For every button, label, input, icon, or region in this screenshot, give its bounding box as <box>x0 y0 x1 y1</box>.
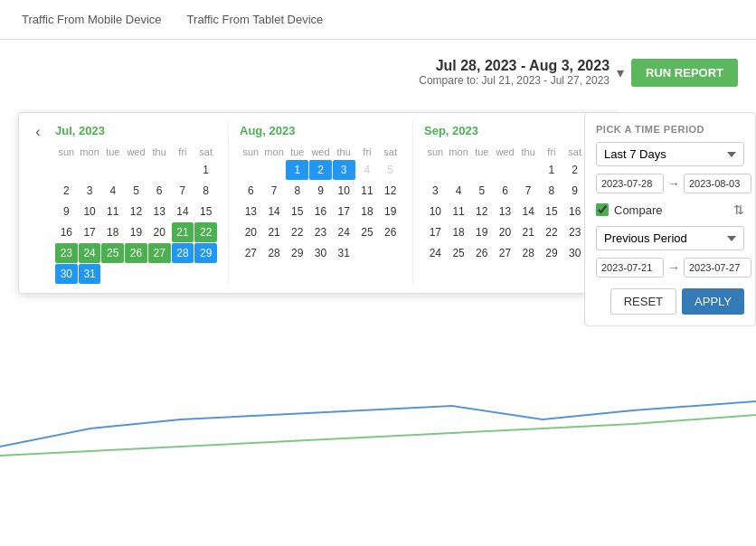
table-row[interactable]: 10 <box>333 181 355 201</box>
table-row[interactable]: 14 <box>517 202 540 221</box>
table-row[interactable]: 8 <box>541 181 563 201</box>
table-row[interactable]: 25 <box>101 243 124 263</box>
table-row[interactable]: 28 <box>263 243 286 263</box>
table-row[interactable]: 24 <box>424 243 447 263</box>
table-row[interactable]: 9 <box>55 202 78 221</box>
table-row[interactable]: 9 <box>309 181 332 201</box>
table-row[interactable]: 4 <box>356 160 379 180</box>
table-row[interactable]: 3 <box>79 181 101 201</box>
table-row[interactable]: 29 <box>541 243 563 263</box>
table-row[interactable]: 20 <box>148 222 171 242</box>
swap-icon[interactable]: ⇅ <box>733 202 744 217</box>
table-row[interactable]: 25 <box>448 243 470 263</box>
table-row[interactable]: 22 <box>541 222 563 242</box>
table-row[interactable]: 26 <box>125 243 147 263</box>
table-row[interactable]: 6 <box>240 181 262 201</box>
table-row[interactable]: 8 <box>194 181 217 201</box>
tab-tablet[interactable]: Traffic From Tablet Device <box>175 0 336 40</box>
table-row[interactable]: 8 <box>286 181 308 201</box>
period-select[interactable]: Last 7 Days Last 14 Days Last 30 Days Th… <box>596 142 744 166</box>
table-row[interactable]: 18 <box>101 222 124 242</box>
table-row[interactable]: 17 <box>79 222 101 242</box>
table-row[interactable]: 24 <box>79 243 101 263</box>
table-row[interactable]: 20 <box>240 222 262 242</box>
table-row[interactable]: 27 <box>494 243 516 263</box>
table-row[interactable]: 16 <box>309 202 332 221</box>
table-row[interactable]: 13 <box>240 202 262 221</box>
table-row[interactable]: 5 <box>125 181 147 201</box>
table-row[interactable]: 30 <box>563 243 586 263</box>
table-row[interactable]: 11 <box>448 202 470 221</box>
table-row[interactable]: 2 <box>55 181 78 201</box>
tab-mobile[interactable]: Traffic From Mobile Device <box>9 0 175 40</box>
table-row[interactable]: 18 <box>356 202 379 221</box>
table-row[interactable]: 17 <box>333 202 355 221</box>
table-row[interactable]: 27 <box>240 243 262 263</box>
table-row[interactable]: 15 <box>541 202 563 221</box>
table-row[interactable]: 12 <box>470 202 493 221</box>
table-row[interactable]: 11 <box>101 202 124 221</box>
table-row[interactable]: 28 <box>172 243 194 263</box>
table-row[interactable]: 23 <box>55 243 78 263</box>
table-row[interactable]: 9 <box>563 181 586 201</box>
table-row[interactable]: 28 <box>517 243 540 263</box>
table-row[interactable]: 18 <box>448 222 470 242</box>
table-row[interactable]: 30 <box>55 264 78 284</box>
date-from-input[interactable] <box>596 174 664 193</box>
date-to-input[interactable] <box>684 174 751 193</box>
table-row[interactable]: 26 <box>379 222 402 242</box>
table-row[interactable]: 5 <box>379 160 402 180</box>
table-row[interactable]: 11 <box>356 181 379 201</box>
table-row[interactable]: 2 <box>309 160 332 180</box>
table-row[interactable]: 21 <box>517 222 540 242</box>
table-row[interactable]: 31 <box>333 243 355 263</box>
compare-period-select[interactable]: Previous Period Previous Year <box>596 226 744 250</box>
table-row[interactable]: 29 <box>194 243 217 263</box>
table-row[interactable]: 23 <box>563 222 586 242</box>
table-row[interactable]: 19 <box>125 222 147 242</box>
table-row[interactable]: 24 <box>333 222 355 242</box>
table-row[interactable]: 1 <box>286 160 308 180</box>
table-row[interactable]: 31 <box>79 264 101 284</box>
table-row[interactable]: 7 <box>172 181 194 201</box>
reset-button[interactable]: RESET <box>610 288 676 315</box>
table-row[interactable]: 1 <box>541 160 563 180</box>
table-row[interactable]: 7 <box>517 181 540 201</box>
table-row[interactable]: 30 <box>309 243 332 263</box>
table-row[interactable]: 10 <box>424 202 447 221</box>
table-row[interactable]: 6 <box>148 181 171 201</box>
compare-checkbox[interactable] <box>596 203 609 216</box>
table-row[interactable]: 26 <box>470 243 493 263</box>
table-row[interactable]: 20 <box>494 222 516 242</box>
table-row[interactable]: 16 <box>563 202 586 221</box>
table-row[interactable]: 10 <box>79 202 101 221</box>
table-row[interactable]: 13 <box>148 202 171 221</box>
table-row[interactable]: 2 <box>563 160 586 180</box>
table-row[interactable]: 3 <box>424 181 447 201</box>
date-dropdown-arrow[interactable]: ▾ <box>617 64 624 81</box>
table-row[interactable]: 29 <box>286 243 308 263</box>
table-row[interactable]: 5 <box>470 181 493 201</box>
table-row[interactable]: 12 <box>379 181 402 201</box>
table-row[interactable]: 1 <box>194 160 217 180</box>
table-row[interactable]: 14 <box>263 202 286 221</box>
run-report-button[interactable]: RUN REPORT <box>631 59 738 87</box>
apply-button[interactable]: APPLY <box>682 288 744 315</box>
compare-from-input[interactable] <box>596 258 664 278</box>
table-row[interactable]: 22 <box>286 222 308 242</box>
table-row[interactable]: 3 <box>333 160 355 180</box>
table-row[interactable]: 22 <box>194 222 217 242</box>
table-row[interactable]: 25 <box>356 222 379 242</box>
table-row[interactable]: 19 <box>379 202 402 221</box>
table-row[interactable]: 13 <box>494 202 516 221</box>
table-row[interactable]: 21 <box>172 222 194 242</box>
calendar-prev-button[interactable]: ‹ <box>28 122 48 142</box>
table-row[interactable]: 12 <box>125 202 147 221</box>
table-row[interactable]: 21 <box>263 222 286 242</box>
table-row[interactable]: 4 <box>101 181 124 201</box>
compare-to-input[interactable] <box>684 258 751 278</box>
table-row[interactable]: 17 <box>424 222 447 242</box>
table-row[interactable]: 23 <box>309 222 332 242</box>
table-row[interactable]: 16 <box>55 222 78 242</box>
table-row[interactable]: 7 <box>263 181 286 201</box>
